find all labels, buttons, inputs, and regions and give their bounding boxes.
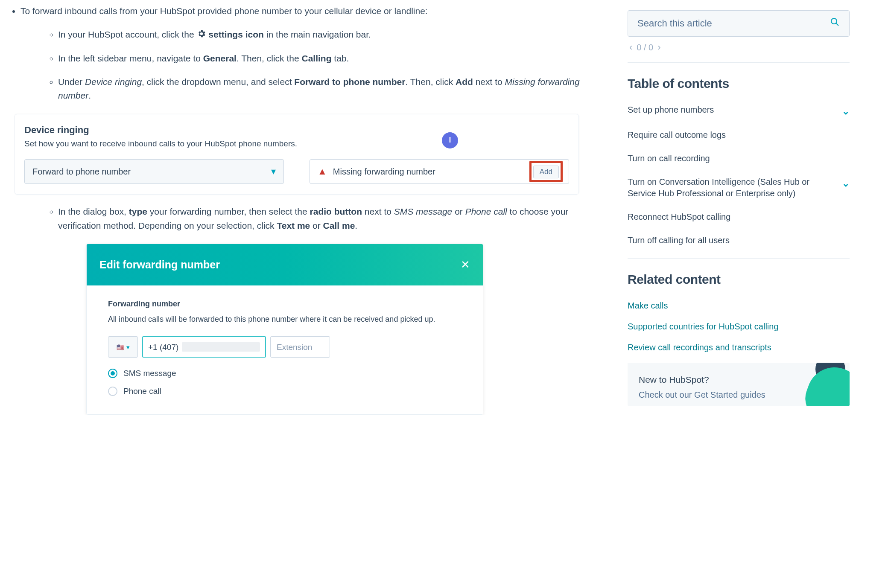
toc-label: Turn off calling for all users bbox=[628, 235, 730, 246]
add-highlight: Add bbox=[529, 161, 563, 182]
toc-item[interactable]: Require call outcome logs bbox=[628, 129, 850, 141]
list-item: In your HubSpot account, click the setti… bbox=[58, 28, 585, 43]
country-select[interactable]: 🇺🇸 ▾ bbox=[108, 336, 138, 358]
add-button[interactable]: Add bbox=[533, 166, 559, 178]
text: Under bbox=[58, 77, 85, 87]
article-body: To forward inbound calls from your HubSp… bbox=[0, 0, 593, 415]
text-bold: Calling bbox=[301, 53, 331, 63]
forwarding-warning: ▲ Missing forwarding number Add bbox=[310, 159, 569, 184]
text-italic: SMS message bbox=[394, 207, 453, 216]
warning-icon: ▲ bbox=[318, 164, 327, 179]
text-italic: Device ringing bbox=[85, 77, 142, 87]
list-item: Under Device ringing, click the dropdown… bbox=[58, 75, 585, 103]
phone-input[interactable]: +1 (407) bbox=[142, 336, 266, 358]
chevron-down-icon: ⌄ bbox=[842, 105, 850, 118]
search-pager: ‹ 0 / 0 › bbox=[628, 40, 850, 55]
list-item: To forward inbound calls from your HubSp… bbox=[20, 4, 585, 103]
text-bold: General bbox=[203, 53, 237, 63]
modal-title: Edit forwarding number bbox=[99, 256, 220, 273]
toc-label: Require call outcome logs bbox=[628, 129, 726, 141]
modal-header: Edit forwarding number ✕ bbox=[87, 244, 483, 285]
radio-label: Phone call bbox=[123, 385, 161, 397]
info-icon[interactable]: i bbox=[442, 132, 458, 148]
list-item: In the left sidebar menu, navigate to Ge… bbox=[58, 52, 585, 66]
search-input[interactable]: Search this article bbox=[628, 10, 850, 37]
pager-count: 0 / 0 bbox=[637, 41, 653, 54]
toc-label: Turn on call recording bbox=[628, 153, 710, 164]
text: In the dialog box, bbox=[58, 207, 129, 216]
toc-item[interactable]: Reconnect HubSpot calling bbox=[628, 211, 850, 223]
text: your forwarding number, then select the bbox=[147, 207, 310, 216]
toc-item[interactable]: Set up phone numbers⌄ bbox=[628, 104, 850, 118]
device-ringing-card: Device ringing Set how you want to recei… bbox=[15, 114, 579, 195]
phone-value: +1 (407) bbox=[148, 341, 178, 353]
text-bold: Text me bbox=[277, 221, 310, 230]
radio-icon bbox=[108, 369, 117, 378]
text: or bbox=[452, 207, 465, 216]
flag-icon: 🇺🇸 bbox=[117, 342, 125, 352]
chevron-down-icon: ▾ bbox=[271, 164, 276, 179]
promo-card[interactable]: New to HubSpot? Check out our Get Starte… bbox=[628, 363, 850, 406]
toc-heading: Table of contents bbox=[628, 74, 850, 94]
text: tab. bbox=[331, 53, 349, 63]
text: in the main navigation bar. bbox=[264, 29, 371, 39]
text-bold: Forward to phone number bbox=[294, 77, 405, 87]
radio-sms[interactable]: SMS message bbox=[108, 367, 462, 379]
radio-label: SMS message bbox=[123, 367, 176, 379]
toc-item[interactable]: Turn off calling for all users bbox=[628, 235, 850, 246]
chevron-left-icon[interactable]: ‹ bbox=[629, 40, 632, 55]
extension-placeholder: Extension bbox=[277, 341, 312, 353]
text: or bbox=[310, 221, 323, 230]
modal-section-title: Forwarding number bbox=[108, 298, 462, 310]
edit-forwarding-modal: Edit forwarding number ✕ Forwarding numb… bbox=[86, 244, 483, 415]
toc-item[interactable]: Turn on Conversation Intelligence (Sales… bbox=[628, 176, 850, 199]
radio-icon bbox=[108, 387, 117, 396]
text-bold: settings icon bbox=[208, 29, 264, 39]
text: . bbox=[88, 90, 91, 100]
text: , click the dropdown menu, and select bbox=[142, 77, 294, 87]
sidebar: Search this article ‹ 0 / 0 › Table of c… bbox=[628, 10, 850, 406]
gear-icon bbox=[197, 29, 206, 43]
related-heading: Related content bbox=[628, 270, 850, 290]
warning-text: Missing forwarding number bbox=[333, 165, 435, 178]
text: next to bbox=[362, 207, 394, 216]
search-placeholder: Search this article bbox=[637, 16, 712, 31]
related-link[interactable]: Supported countries for HubSpot calling bbox=[628, 321, 850, 332]
search-icon bbox=[830, 15, 840, 31]
text: In your HubSpot account, click the bbox=[58, 29, 197, 39]
card-title: Device ringing bbox=[24, 123, 297, 137]
text-bold: Add bbox=[456, 77, 473, 87]
list-item: In the dialog box, type your forwarding … bbox=[58, 205, 585, 233]
text: To forward inbound calls from your HubSp… bbox=[20, 6, 428, 16]
modal-description: All inbound calls will be forwarded to t… bbox=[108, 314, 450, 326]
close-icon[interactable]: ✕ bbox=[461, 256, 470, 273]
toc-label: Set up phone numbers bbox=[628, 104, 714, 116]
text: . Then, click the bbox=[237, 53, 302, 63]
text-bold: Call me bbox=[323, 221, 355, 230]
extension-input[interactable]: Extension bbox=[270, 336, 330, 358]
related-link[interactable]: Make calls bbox=[628, 300, 850, 311]
toc-label: Reconnect HubSpot calling bbox=[628, 211, 730, 223]
chevron-right-icon[interactable]: › bbox=[657, 40, 660, 55]
svg-line-1 bbox=[836, 23, 839, 26]
radio-phonecall[interactable]: Phone call bbox=[108, 385, 462, 397]
text-italic: Phone call bbox=[465, 207, 507, 216]
card-subtitle: Set how you want to receive inbound call… bbox=[24, 137, 297, 150]
toc-label: Turn on Conversation Intelligence (Sales… bbox=[628, 176, 836, 199]
chevron-down-icon: ▾ bbox=[126, 342, 130, 352]
text-bold: radio button bbox=[310, 207, 362, 216]
text: next to bbox=[473, 77, 505, 87]
text: . bbox=[355, 221, 357, 230]
toc-item[interactable]: Turn on call recording bbox=[628, 153, 850, 164]
related-link[interactable]: Review call recordings and transcripts bbox=[628, 342, 850, 353]
chevron-down-icon: ⌄ bbox=[842, 177, 850, 190]
text: In the left sidebar menu, navigate to bbox=[58, 53, 203, 63]
select-value: Forward to phone number bbox=[32, 165, 131, 178]
text: . Then, click bbox=[405, 77, 456, 87]
svg-point-0 bbox=[831, 18, 837, 24]
text-bold: type bbox=[129, 207, 147, 216]
device-ringing-select[interactable]: Forward to phone number ▾ bbox=[24, 159, 284, 184]
redacted-number bbox=[182, 342, 260, 352]
